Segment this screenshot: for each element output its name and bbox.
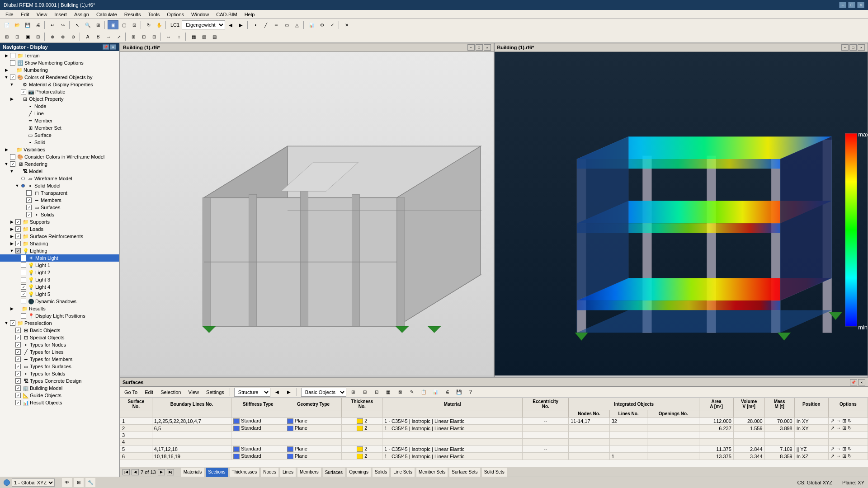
nav-dynamic-shadows[interactable]: 🌑 Dynamic Shadows xyxy=(0,298,119,305)
bp-prev-btn[interactable]: ◀ xyxy=(272,388,282,397)
nav-solid-model[interactable]: ▼ ▪ Solid Model xyxy=(0,182,119,189)
bp-btn5[interactable]: ⊠ xyxy=(395,388,405,397)
table-container[interactable]: SurfaceNo. Boundary Lines No. Stiffness … xyxy=(120,398,868,467)
vp-left-max[interactable]: □ xyxy=(476,44,483,51)
tl-checkbox[interactable] xyxy=(15,349,21,355)
sreinf-checkbox[interactable] xyxy=(15,234,21,239)
menu-assign[interactable]: Assign xyxy=(71,11,93,18)
nav-photorealistic[interactable]: 📷 Photorealistic xyxy=(0,88,119,95)
nav-display-light[interactable]: 📍 Display Light Positions xyxy=(0,312,119,319)
tb2-btn1[interactable]: ⊞ xyxy=(2,32,12,41)
nav-members-sub[interactable]: ━ Members xyxy=(0,197,119,204)
menu-insert[interactable]: Insert xyxy=(51,11,71,18)
tb2-btn4[interactable]: ⊟ xyxy=(33,32,43,41)
x-btn[interactable]: ✕ xyxy=(342,20,352,29)
lc-prev-btn[interactable]: ◀ xyxy=(226,20,236,29)
tb2-view1[interactable]: ▦ xyxy=(189,32,198,41)
nav-lighting[interactable]: ▼ 💡 Lighting xyxy=(0,247,119,254)
l2-checkbox[interactable] xyxy=(21,270,26,275)
nav-light2[interactable]: 💡 Light 2 xyxy=(0,269,119,276)
menu-cad-bim[interactable]: CAD-BIM xyxy=(212,11,241,18)
tb2-btn8[interactable]: A xyxy=(83,32,93,41)
maximize-btn[interactable]: □ xyxy=(848,2,855,8)
menu-calculate[interactable]: Calculate xyxy=(93,11,121,18)
pg-prev-btn[interactable]: ◀ xyxy=(132,469,139,475)
sm-expand[interactable]: ▼ xyxy=(14,183,20,188)
lighting-expand[interactable]: ▼ xyxy=(9,248,14,253)
nav-close-btn[interactable]: × xyxy=(110,44,116,50)
nav-light3[interactable]: 💡 Light 3 xyxy=(0,276,119,283)
pg-last-btn[interactable]: ▶| xyxy=(167,469,174,475)
select-btn[interactable]: ↖ xyxy=(72,20,82,29)
bp-goto[interactable]: Go To xyxy=(122,389,140,396)
tb2-btn2[interactable]: ⊡ xyxy=(12,32,22,41)
rotate-btn[interactable]: ↻ xyxy=(144,20,154,29)
tb2-btn10[interactable]: → xyxy=(104,32,113,41)
nav-member-set[interactable]: ⊞ Member Set xyxy=(0,124,119,131)
surface-sets-tab-btn[interactable]: Surface Sets xyxy=(449,468,480,477)
nav-supports[interactable]: ▶ 📁 Supports xyxy=(0,218,119,225)
solids-tab-btn[interactable]: Solids xyxy=(373,468,389,477)
nav-loads[interactable]: ▶ 📁 Loads xyxy=(0,225,119,233)
print-btn[interactable]: 🖨 xyxy=(33,20,43,29)
tsol-checkbox[interactable] xyxy=(15,371,21,376)
loads-expand[interactable]: ▶ xyxy=(9,226,14,232)
nav-model[interactable]: ▼ 🏗 Model xyxy=(0,168,119,175)
nav-numbering-captions[interactable]: 🔢 Show Numbering Captions xyxy=(0,59,119,66)
tb2-btn3[interactable]: ▣ xyxy=(23,32,33,41)
new-btn[interactable]: 📄 xyxy=(2,20,12,29)
l1-checkbox[interactable] xyxy=(21,263,26,268)
photo-checkbox[interactable] xyxy=(21,89,26,94)
table-row[interactable]: 3 xyxy=(120,432,868,439)
nav-line[interactable]: ╱ Line xyxy=(0,110,119,117)
numbering-captions-checkbox[interactable] xyxy=(10,60,15,66)
nav-pin-btn[interactable]: 📌 xyxy=(103,44,109,50)
objprop-expand[interactable]: ▶ xyxy=(9,96,14,102)
bp-next-btn[interactable]: ▶ xyxy=(284,388,294,397)
thicknesses-tab-btn[interactable]: Thicknesses xyxy=(230,468,259,477)
materials-tab-btn[interactable]: Materials xyxy=(181,468,204,477)
nav-node[interactable]: • Node xyxy=(0,103,119,110)
openings-tab-btn[interactable]: Openings xyxy=(347,468,371,477)
tb2-btn9[interactable]: B xyxy=(93,32,103,41)
tb2-dim2[interactable]: ↕ xyxy=(174,32,184,41)
menu-options[interactable]: Options xyxy=(163,11,188,18)
viewport-right-canvas[interactable]: max min xyxy=(495,52,868,375)
nav-building-model[interactable]: 🏢 Building Model xyxy=(0,385,119,392)
tb2-view2[interactable]: ▧ xyxy=(199,32,209,41)
sections-tab-btn[interactable]: Sections xyxy=(206,468,227,477)
bp-btn11[interactable]: ? xyxy=(466,388,476,397)
tb2-btn6[interactable]: ⊗ xyxy=(58,32,68,41)
nav-basic-objects[interactable]: ⊞ Basic Objects xyxy=(0,327,119,334)
sreinf-expand[interactable]: ▶ xyxy=(9,234,14,239)
nav-object-property[interactable]: ▶ ⊞ Object Property xyxy=(0,95,119,103)
lighting-checkbox[interactable] xyxy=(15,248,21,253)
nav-types-concrete[interactable]: 🏗 Types Concrete Design xyxy=(0,377,119,385)
bm-checkbox[interactable] xyxy=(15,385,21,391)
zoom-btn[interactable]: 🔍 xyxy=(83,20,93,29)
members-tab-btn[interactable]: Members xyxy=(297,468,321,477)
load-case-dropdown[interactable]: Eigengewicht xyxy=(182,20,225,29)
undo-btn[interactable]: ↩ xyxy=(47,20,57,29)
material-expand[interactable]: ▼ xyxy=(9,82,14,87)
vp-right-close[interactable]: × xyxy=(858,44,865,51)
nav-colors[interactable]: ▼ 🎨 Colors of Rendered Objects by xyxy=(0,74,119,81)
result-btn[interactable]: 📊 xyxy=(307,20,316,29)
nav-light1[interactable]: 💡 Light 1 xyxy=(0,262,119,269)
nav-result-objects[interactable]: 📊 Result Objects xyxy=(0,399,119,406)
so-checkbox[interactable] xyxy=(15,335,21,340)
solidssub-checkbox[interactable] xyxy=(26,212,32,217)
view-btn1[interactable]: ▣ xyxy=(108,20,118,29)
bp-btn3[interactable]: ⊡ xyxy=(372,388,382,397)
pan-btn[interactable]: ✋ xyxy=(154,20,164,29)
bp-btn2[interactable]: ⊟ xyxy=(360,388,370,397)
menu-window[interactable]: Window xyxy=(188,11,212,18)
bp-btn7[interactable]: 📋 xyxy=(419,388,429,397)
bp-btn8[interactable]: 📊 xyxy=(430,388,440,397)
bp-btn9[interactable]: 🖨 xyxy=(442,388,452,397)
model-expand[interactable]: ▼ xyxy=(9,169,14,174)
pres-checkbox[interactable] xyxy=(10,320,15,326)
menu-view[interactable]: View xyxy=(33,11,51,18)
ds-checkbox[interactable] xyxy=(21,299,26,304)
tb2-dim1[interactable]: ↔ xyxy=(164,32,174,41)
